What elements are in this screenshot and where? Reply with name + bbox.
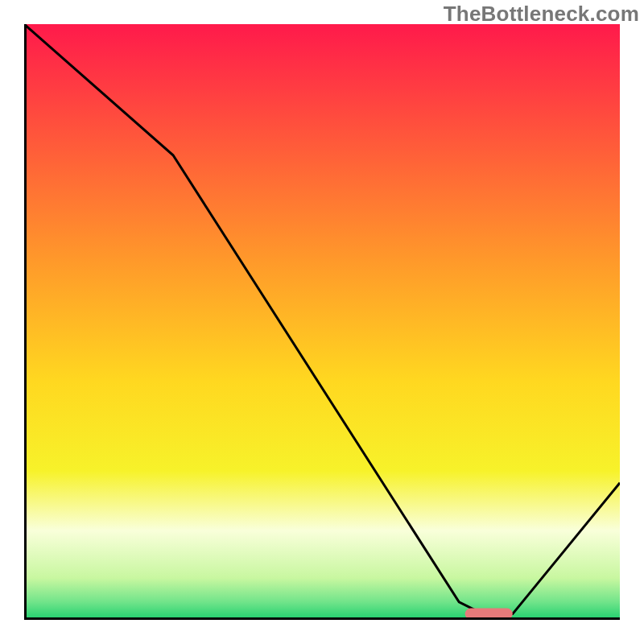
chart-container: TheBottleneck.com: [0, 0, 644, 644]
bottleneck-chart: [24, 24, 620, 620]
gradient-background: [24, 24, 620, 620]
plot-frame: [24, 24, 620, 620]
watermark-text: TheBottleneck.com: [444, 2, 639, 27]
